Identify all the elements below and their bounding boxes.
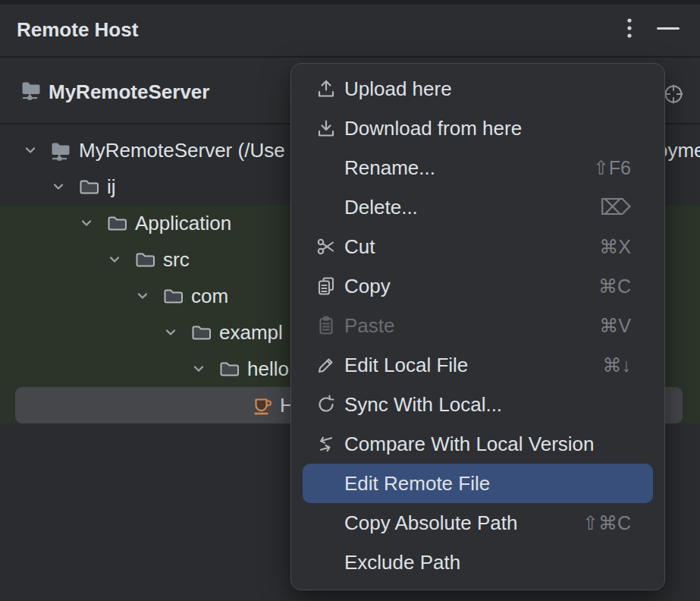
menu-item-label: Cut (344, 235, 375, 259)
chevron-down-icon[interactable] (190, 360, 208, 378)
sync-arrows-icon (314, 392, 338, 417)
folder-icon (162, 285, 184, 307)
crosshair-target-icon[interactable] (663, 83, 684, 105)
compare-arrows-icon (314, 432, 338, 456)
menu-item-label: Copy (344, 275, 391, 298)
java-class-icon (250, 394, 273, 417)
menu-item-copy-absolute-path[interactable]: Copy Absolute Path ⇧⌘C (303, 503, 653, 543)
menu-item-shortcut: ⌘C (583, 275, 631, 297)
menu-item-edit-remote-file[interactable]: Edit Remote File (303, 464, 653, 503)
minimize-icon[interactable] (657, 27, 680, 30)
menu-item-label: Edit Remote File (344, 472, 490, 496)
folder-icon (133, 248, 156, 271)
menu-item-paste[interactable]: Paste ⌘V (303, 306, 653, 345)
tree-row-label: MyRemoteServer (/Use (79, 139, 285, 162)
chevron-down-icon[interactable] (105, 250, 124, 269)
menu-item-label: Paste (344, 314, 395, 338)
folder-icon (77, 175, 100, 198)
menu-item-label: Upload here (344, 77, 452, 101)
remote-server-icon (49, 139, 72, 162)
no-icon (314, 511, 338, 535)
menu-item-shortcut delete-forward-icon: ⌦ (585, 194, 631, 220)
menu-item-delete[interactable]: Delete... ⌦ (303, 187, 653, 227)
server-name: MyRemoteServer (49, 58, 209, 123)
menu-item-shortcut: ⌘X (584, 236, 631, 258)
pencil-icon (314, 353, 338, 377)
folder-icon (105, 212, 128, 234)
menu-item-rename[interactable]: Rename... ⇧F6 (303, 148, 653, 187)
no-icon (314, 156, 338, 180)
menu-item-copy[interactable]: Copy ⌘C (303, 266, 653, 306)
window-top-edge (0, 0, 700, 5)
menu-item-compare-with-local-version[interactable]: Compare With Local Version (303, 424, 653, 464)
clipboard-icon (314, 313, 338, 338)
tree-row-label: ij (107, 175, 116, 199)
page-title: Remote Host (17, 0, 138, 56)
more-options-icon[interactable] (622, 17, 637, 41)
tree-row-label: Application (135, 212, 231, 235)
chevron-down-icon[interactable] (162, 323, 180, 341)
chevron-down-icon[interactable] (133, 287, 152, 305)
chevron-down-icon[interactable] (21, 141, 39, 159)
upload-icon (314, 77, 338, 101)
scissors-icon (314, 234, 338, 259)
tree-row-label: com (191, 285, 228, 308)
context-menu: Upload here Download from here Rename...… (290, 63, 665, 590)
menu-item-label: Exclude Path (344, 551, 460, 574)
download-icon (314, 116, 338, 140)
menu-item-label: Delete... (344, 196, 418, 219)
menu-item-shortcut: ⇧F6 (578, 157, 631, 179)
no-icon (314, 550, 338, 574)
titlebar: Remote Host (0, 0, 700, 58)
tree-row-label: exampl (219, 321, 283, 345)
tree-row-label: hello (247, 357, 289, 381)
menu-item-label: Download from here (344, 117, 522, 140)
menu-item-label: Sync With Local... (344, 393, 502, 417)
menu-item-sync-with-local[interactable]: Sync With Local... (303, 385, 653, 424)
folder-icon (190, 321, 212, 344)
menu-item-exclude-path[interactable]: Exclude Path (303, 543, 653, 582)
chevron-down-icon[interactable] (77, 214, 96, 232)
menu-item-label: Edit Local File (344, 354, 468, 377)
chevron-down-icon[interactable] (49, 178, 67, 196)
no-icon (314, 195, 338, 219)
menu-item-edit-local-file[interactable]: Edit Local File ⌘↓ (303, 345, 653, 385)
no-icon (314, 471, 338, 496)
menu-item-download-from-here[interactable]: Download from here (303, 109, 653, 148)
menu-item-label: Rename... (344, 156, 435, 180)
copy-icon (314, 274, 338, 298)
menu-item-shortcut: ⌘V (584, 315, 631, 337)
menu-item-label: Copy Absolute Path (344, 511, 517, 535)
menu-item-upload-here[interactable]: Upload here (303, 69, 653, 109)
menu-item-label: Compare With Local Version (344, 433, 594, 456)
menu-item-shortcut: ⌘↓ (588, 354, 632, 376)
tree-row-label: src (163, 248, 190, 272)
menu-item-cut[interactable]: Cut ⌘X (303, 227, 653, 266)
remote-server-icon (20, 78, 42, 101)
folder-icon (218, 357, 240, 380)
menu-item-shortcut: ⇧⌘C (567, 512, 631, 534)
